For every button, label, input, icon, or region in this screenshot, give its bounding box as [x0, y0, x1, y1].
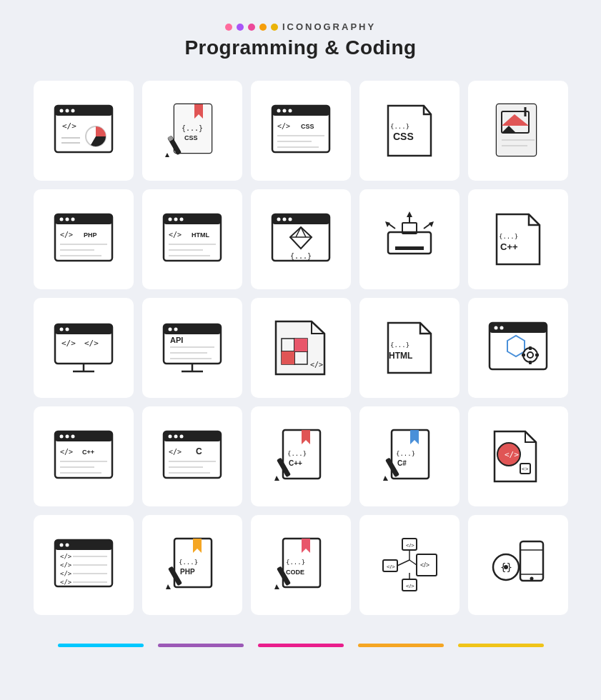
- svg-text:</>: </>: [505, 450, 519, 459]
- icon-code-file-circle[interactable]: </> <>: [468, 406, 568, 506]
- svg-marker-14: [165, 153, 169, 157]
- footer-lines: [58, 644, 544, 647]
- svg-point-58: [277, 218, 280, 221]
- svg-text:{...}: {...}: [390, 341, 409, 349]
- svg-rect-100: [294, 339, 307, 351]
- icon-photo-book[interactable]: [468, 81, 568, 181]
- footer-line-cyan: [58, 644, 144, 647]
- icon-cpp-notebook[interactable]: {...} C++: [251, 406, 351, 506]
- svg-marker-170: [274, 584, 279, 589]
- svg-point-59: [282, 218, 286, 221]
- icon-php-notebook[interactable]: {...} PHP: [142, 515, 242, 615]
- svg-point-117: [59, 435, 63, 439]
- svg-point-88: [174, 328, 177, 331]
- icon-cpp-file[interactable]: {...} C++: [468, 189, 568, 289]
- svg-point-60: [288, 218, 292, 221]
- svg-marker-61: [290, 227, 312, 249]
- footer-line-purple: [158, 644, 244, 647]
- svg-marker-108: [507, 336, 525, 356]
- svg-point-151: [59, 544, 63, 547]
- svg-text:</>: </>: [61, 339, 76, 348]
- svg-text:<>: <>: [522, 466, 529, 472]
- svg-point-87: [168, 328, 172, 331]
- svg-text:PHP: PHP: [84, 231, 97, 239]
- svg-text:</>: </>: [387, 564, 395, 570]
- icon-diamond-gear[interactable]: [468, 298, 568, 398]
- icon-api-monitor[interactable]: API: [142, 298, 242, 398]
- svg-point-3: [65, 109, 69, 113]
- icon-c-browser[interactable]: </> C: [142, 406, 242, 506]
- icon-code-flow[interactable]: </> </> </> </>: [359, 515, 460, 615]
- svg-text:{...}: {...}: [182, 124, 203, 132]
- footer-line-orange: [358, 644, 444, 647]
- brand-dot-4: [259, 24, 267, 31]
- svg-rect-105: [490, 323, 547, 333]
- svg-text:CSS: CSS: [393, 131, 414, 142]
- icon-css-file[interactable]: {...} CSS: [359, 81, 460, 181]
- svg-text:</>: </>: [60, 561, 72, 569]
- svg-text:HTML: HTML: [389, 351, 412, 361]
- icon-3d-print[interactable]: [359, 189, 460, 289]
- svg-rect-57: [272, 214, 329, 224]
- icon-monitor-code[interactable]: </> </>: [34, 298, 134, 398]
- svg-marker-70: [407, 211, 412, 217]
- svg-text:{...}: {...}: [290, 252, 312, 260]
- svg-point-50: [179, 218, 183, 221]
- svg-line-181: [409, 560, 417, 565]
- svg-point-4: [71, 109, 74, 113]
- brand-dot-1: [225, 24, 232, 31]
- svg-rect-112: [529, 361, 532, 364]
- svg-text:{...}: {...}: [286, 559, 305, 566]
- svg-text:</>: </>: [169, 231, 182, 239]
- svg-text:</>: </>: [310, 361, 323, 369]
- icon-css-browser[interactable]: </> CSS: [251, 81, 351, 181]
- icon-diamond-browser[interactable]: {...}: [251, 189, 351, 289]
- svg-text:C#: C#: [397, 459, 407, 467]
- svg-text:</>: </>: [84, 339, 99, 348]
- svg-rect-67: [395, 246, 424, 250]
- svg-point-127: [168, 435, 172, 439]
- svg-text:</>: </>: [62, 121, 76, 131]
- svg-point-40: [71, 218, 74, 221]
- svg-point-48: [168, 218, 172, 221]
- icon-php-browser[interactable]: </> PHP: [34, 189, 134, 289]
- svg-text:C++: C++: [500, 241, 518, 252]
- svg-rect-113: [522, 354, 525, 356]
- svg-point-152: [65, 544, 69, 547]
- icon-html-file[interactable]: {...} HTML: [359, 298, 460, 398]
- svg-marker-144: [383, 476, 388, 481]
- svg-point-107: [500, 326, 503, 330]
- svg-rect-37: [55, 214, 112, 224]
- svg-text:</>: </>: [169, 448, 182, 456]
- svg-point-119: [71, 435, 74, 439]
- icon-mobile-code[interactable]: {}: [468, 515, 568, 615]
- svg-text:{...}: {...}: [396, 450, 415, 457]
- icon-code-notebook[interactable]: {...} CODE: [251, 515, 351, 615]
- footer-line-pink: [258, 644, 344, 647]
- svg-rect-86: [164, 324, 221, 334]
- icon-csharp-notebook[interactable]: {...} C#: [359, 406, 460, 506]
- icon-css-notebook[interactable]: {...} CSS: [142, 81, 242, 181]
- brand-dot-5: [271, 24, 278, 31]
- svg-point-19: [282, 109, 286, 113]
- svg-point-18: [277, 109, 280, 113]
- svg-rect-116: [55, 431, 112, 441]
- icon-html-browser[interactable]: </> HTML: [142, 189, 242, 289]
- svg-text:</>: </>: [406, 583, 414, 589]
- svg-point-128: [174, 435, 177, 439]
- svg-rect-1: [55, 106, 112, 116]
- svg-text:</>: </>: [277, 122, 290, 130]
- icon-design-file[interactable]: </>: [251, 298, 351, 398]
- svg-text:</>: </>: [60, 448, 73, 456]
- icon-cpp-browser[interactable]: </> C++: [34, 406, 134, 506]
- svg-text:PHP: PHP: [180, 568, 195, 576]
- svg-text:C++: C++: [82, 449, 94, 456]
- svg-point-189: [504, 565, 508, 569]
- svg-rect-47: [164, 214, 221, 224]
- svg-rect-111: [529, 346, 532, 350]
- svg-line-180: [397, 560, 409, 566]
- icon-web-code-chart[interactable]: </>: [34, 81, 134, 181]
- icon-code-browser-list[interactable]: </> </> </> </>: [34, 515, 134, 615]
- svg-point-49: [174, 218, 177, 221]
- svg-rect-78: [55, 324, 112, 334]
